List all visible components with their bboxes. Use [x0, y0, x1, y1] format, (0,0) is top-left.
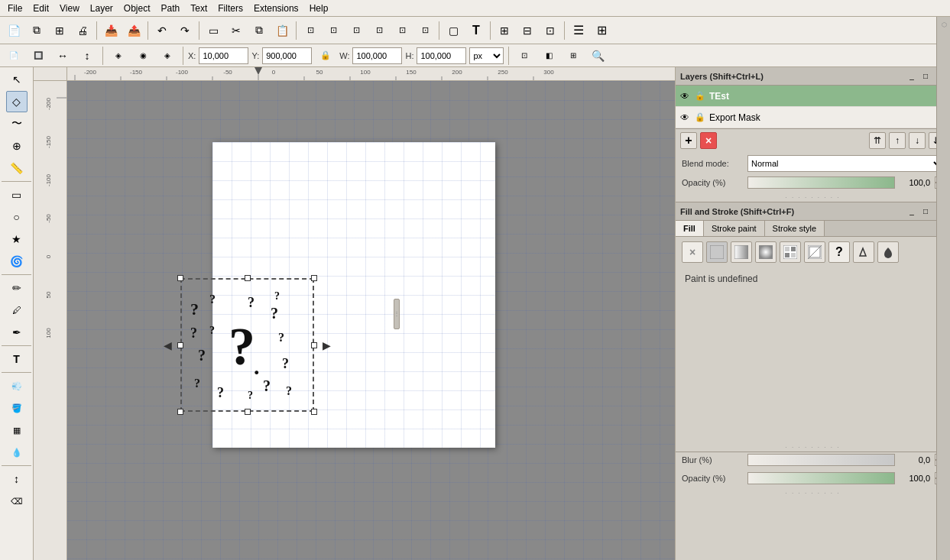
w-input[interactable]: [352, 47, 402, 64]
flat-fill-btn[interactable]: [706, 241, 728, 263]
handle-tr[interactable]: [311, 275, 317, 281]
handle-ml[interactable]: [177, 342, 183, 348]
h-input[interactable]: [417, 47, 466, 64]
new-button[interactable]: 📄: [3, 20, 24, 41]
panel-collapse-handle[interactable]: ⋮: [394, 299, 400, 329]
zoom-fit-button[interactable]: ⊡: [540, 20, 561, 41]
handle-br[interactable]: [311, 409, 317, 415]
qmark-object[interactable]: ? ? ? ? ? ? ? ? ? ? ? ?: [180, 278, 314, 412]
menu-help[interactable]: Help: [305, 2, 333, 15]
blur-bar[interactable]: [747, 454, 895, 466]
export-button[interactable]: 📤: [123, 20, 144, 41]
menu-file[interactable]: File: [3, 2, 27, 15]
star-shape-btn[interactable]: ★: [6, 228, 28, 250]
layer-eye-test[interactable]: 👁: [679, 90, 691, 102]
zoom-magnifier-btn[interactable]: 🔍: [587, 45, 608, 66]
text-tool-main[interactable]: T: [465, 20, 487, 41]
handle-bc[interactable]: [245, 409, 251, 415]
no-fill-btn[interactable]: ×: [682, 241, 703, 263]
open-copy-button[interactable]: ⧉: [26, 20, 47, 41]
snap-btn1[interactable]: 🔲: [28, 45, 49, 66]
layer-row-test[interactable]: 👁 🔒 TEst: [676, 86, 939, 107]
marker-fill-btn[interactable]: [853, 241, 874, 263]
x-input[interactable]: [199, 47, 248, 64]
layers-opacity-bar[interactable]: [747, 176, 895, 189]
cut-button[interactable]: ✂: [225, 20, 247, 41]
tweak-tool-btn[interactable]: 〜: [6, 113, 28, 134]
handle-bl[interactable]: [177, 409, 183, 415]
layer-lock-test[interactable]: 🔒: [694, 90, 706, 102]
zoom-tool-btn[interactable]: ⊕: [6, 135, 28, 157]
snap-mode-btn2[interactable]: ⊞: [563, 45, 584, 66]
layer-row-exportmask[interactable]: 👁 🔒 Export Mask: [676, 107, 939, 128]
spray-fill-btn[interactable]: 💨: [6, 375, 28, 397]
rect-shape-btn[interactable]: ▭: [6, 184, 28, 206]
xml-editor-button[interactable]: ⊟: [517, 20, 538, 41]
align-rb-button[interactable]: ⊡: [414, 20, 436, 41]
redo-button[interactable]: ↷: [174, 20, 196, 41]
pencil-draw-btn[interactable]: ✏: [6, 277, 28, 299]
menu-object[interactable]: Object: [119, 2, 155, 15]
handle-tc[interactable]: [245, 275, 251, 281]
layer-lock-exportmask[interactable]: 🔒: [694, 112, 706, 124]
symbols-button[interactable]: ⊞: [494, 20, 515, 41]
tool-snap-btn3[interactable]: ◈: [157, 45, 178, 66]
measure-tool-btn[interactable]: 📏: [6, 157, 28, 179]
bucket-fill-btn[interactable]: 🪣: [6, 397, 28, 419]
unknown-fill-btn[interactable]: ?: [828, 241, 850, 263]
layer-raise-btn[interactable]: ↑: [889, 132, 906, 149]
menu-edit[interactable]: Edit: [28, 2, 53, 15]
tab-stroke-paint[interactable]: Stroke paint: [704, 221, 765, 236]
spiral-shape-btn[interactable]: 🌀: [6, 251, 28, 272]
fill-stroke-minimize-btn[interactable]: _: [906, 206, 918, 218]
radial-grad-btn[interactable]: [755, 241, 777, 263]
layers-panel-menu-btn[interactable]: □: [919, 70, 932, 83]
pen-draw-btn[interactable]: 🖊: [6, 299, 28, 321]
swatch-fill-btn[interactable]: [804, 241, 825, 263]
pattern-fill-btn[interactable]: [780, 241, 801, 263]
align-ct-button[interactable]: ⊡: [323, 20, 344, 41]
menu-text[interactable]: Text: [186, 2, 212, 15]
tab-stroke-style[interactable]: Stroke style: [765, 221, 825, 236]
gradient-fill-btn[interactable]: ▦: [6, 419, 28, 441]
connector-btn[interactable]: ↕: [6, 468, 28, 490]
menu-view[interactable]: View: [55, 2, 84, 15]
dropper-btn[interactable]: 💧: [6, 442, 28, 463]
import-button[interactable]: 📥: [100, 20, 122, 41]
layer-raise-to-top-btn[interactable]: ⇈: [869, 132, 886, 149]
tab-fill[interactable]: Fill: [676, 221, 704, 236]
undo-button[interactable]: ↶: [151, 20, 173, 41]
blend-mode-select[interactable]: Normal Multiply Screen Overlay: [747, 155, 944, 172]
transform-btn[interactable]: ⊡: [514, 45, 535, 66]
extra-btn[interactable]: ☰: [568, 20, 589, 41]
eraser-btn[interactable]: ⌫: [6, 490, 28, 512]
flip-h-btn[interactable]: ↔: [52, 45, 73, 66]
layer-eye-exportmask[interactable]: 👁: [679, 112, 691, 124]
text-insert-btn[interactable]: T: [6, 348, 28, 370]
align-rt-button[interactable]: ⊡: [345, 20, 367, 41]
node-tool-btn[interactable]: ◇: [6, 91, 28, 112]
unit-select[interactable]: px: [469, 47, 504, 64]
group-button[interactable]: ▢: [443, 20, 464, 41]
ellipse-shape-btn[interactable]: ○: [6, 206, 28, 228]
align-cb-button[interactable]: ⊡: [391, 20, 413, 41]
open-templates-button[interactable]: ⊞: [49, 20, 70, 41]
menu-filters[interactable]: Filters: [213, 2, 248, 15]
menu-path[interactable]: Path: [157, 2, 185, 15]
fill-stroke-menu-btn[interactable]: □: [919, 206, 932, 218]
layer-lower-btn[interactable]: ↓: [909, 132, 926, 149]
align-lt-button[interactable]: ⊡: [300, 20, 321, 41]
handle-mr[interactable]: [311, 342, 317, 348]
arrow-right[interactable]: ▶: [323, 339, 331, 351]
layers-minimize-btn[interactable]: _: [906, 70, 918, 83]
tool-snap-btn[interactable]: ◈: [108, 45, 129, 66]
select-tool-btn[interactable]: ↖: [6, 69, 28, 90]
add-layer-btn[interactable]: +: [680, 132, 697, 149]
print-button[interactable]: 🖨: [72, 20, 93, 41]
canvas-scroll[interactable]: ? ? ? ? ? ? ? ? ? ? ? ?: [67, 81, 675, 560]
flip-v-btn[interactable]: ↕: [76, 45, 98, 66]
lock-ratio-btn[interactable]: 🔒: [315, 45, 336, 66]
extra-btn2[interactable]: ⊞: [591, 20, 612, 41]
copy-button[interactable]: ⧉: [248, 20, 270, 41]
snap-mode-btn[interactable]: ◧: [538, 45, 559, 66]
